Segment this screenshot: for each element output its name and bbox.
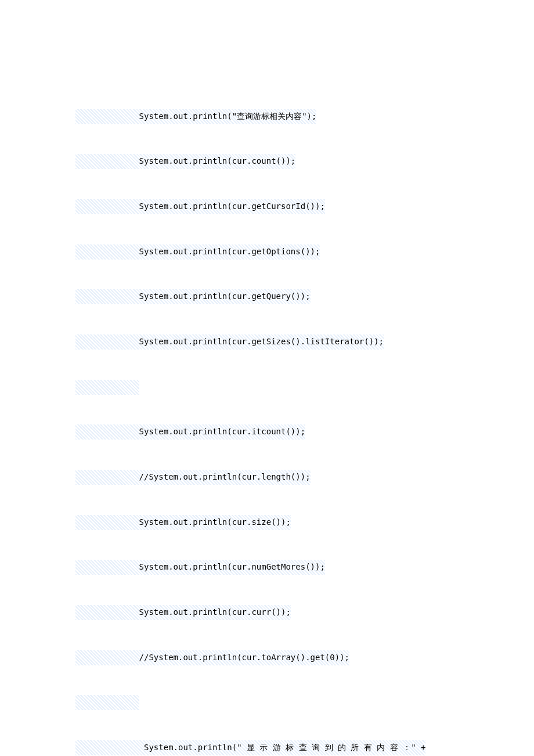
highlight: System.out.println(cur.numGetMores());	[75, 560, 325, 575]
highlight: System.out.println(cur.getQuery());	[75, 289, 311, 304]
code-line: System.out.println(cur.numGetMores());	[75, 560, 459, 575]
highlight: System.out.println(cur.curr());	[75, 605, 291, 620]
code-line: //System.out.println(cur.length());	[75, 470, 459, 485]
code-line: System.out.println("查询游标相关内容");	[75, 109, 459, 124]
code-line: System.out.println(cur.count());	[75, 154, 459, 169]
highlight: System.out.println(cur.getSizes().listIt…	[75, 334, 384, 350]
code-line	[75, 695, 459, 710]
code-line: //System.out.println(cur.toArray().get(0…	[75, 650, 459, 665]
document-page: System.out.println("查询游标相关内容"); System.o…	[0, 0, 534, 756]
code-line: System.out.println(cur.itcount());	[75, 424, 459, 440]
code-line	[75, 380, 459, 395]
highlight: //System.out.println(cur.toArray().get(0…	[75, 650, 349, 665]
highlight: System.out.println(cur.itcount());	[75, 424, 305, 440]
highlight	[75, 695, 139, 710]
code-line: System.out.println(cur.getOptions());	[75, 244, 459, 260]
code-line: System.out.println(cur.curr());	[75, 605, 459, 620]
highlight: System.out.println(cur.count());	[75, 154, 295, 169]
highlight: System.out.println(cur.size());	[75, 515, 291, 530]
code-line: System.out.println(cur.getQuery());	[75, 289, 459, 304]
highlight: System.out.println("查询游标相关内容");	[75, 109, 316, 124]
code-line: System.out.println(cur.getSizes().listIt…	[75, 334, 459, 350]
code-line: System.out.println(" 显 示 游 标 查 询 到 的 所 有…	[75, 740, 459, 755]
code-line: System.out.println(cur.size());	[75, 515, 459, 530]
highlight: System.out.println(cur.getOptions());	[75, 244, 320, 260]
code-line: System.out.println(cur.getCursorId());	[75, 199, 459, 214]
code-block: System.out.println("查询游标相关内容"); System.o…	[75, 64, 459, 756]
highlight: System.out.println(" 显 示 游 标 查 询 到 的 所 有…	[75, 740, 425, 755]
highlight: System.out.println(cur.getCursorId());	[75, 199, 325, 214]
highlight: //System.out.println(cur.length());	[75, 470, 311, 485]
highlight	[75, 380, 139, 395]
